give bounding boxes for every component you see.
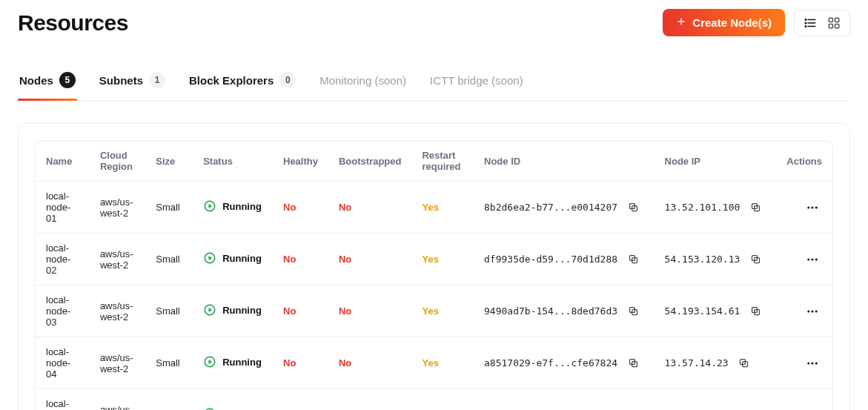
cell-name: local-node-03 [36, 285, 90, 337]
row-actions-button[interactable] [803, 302, 822, 321]
cell-actions [776, 389, 832, 411]
cell-healthy: No [273, 389, 328, 411]
list-view-icon[interactable] [804, 16, 817, 30]
play-icon [203, 303, 216, 317]
cell-region: aws/us-west-2 [90, 182, 145, 234]
tab-label: ICTT bridge (soon) [430, 74, 523, 87]
cell-node-id: a8517029-e7f...cfe67824 [474, 337, 655, 389]
page-title: Resources [18, 10, 128, 36]
svg-rect-9 [835, 18, 839, 22]
cell-node-ip: 54.153.120.13 [655, 234, 777, 285]
node-id-text: 9490ad7b-154...8ded76d3 [484, 305, 617, 317]
table-row: local-node-01 aws/us-west-2 Small Runnin… [36, 182, 832, 234]
cell-node-ip: 13.52.101.100 [655, 182, 777, 234]
tab-label: Block Explorers [189, 74, 274, 87]
tab-badge: 5 [59, 72, 76, 88]
cell-node-id: df9935de-d59...70d1d288 [474, 234, 655, 285]
cell-actions [776, 285, 832, 337]
cell-status: Running [193, 389, 273, 411]
row-actions-button[interactable] [803, 406, 822, 411]
create-node-label: Create Node(s) [692, 16, 772, 29]
table-row: local-node-03 aws/us-west-2 Small Runnin… [36, 285, 832, 337]
copy-node-ip-button[interactable] [747, 303, 763, 320]
copy-node-id-button[interactable] [625, 355, 641, 371]
nodes-table-wrap: Name Cloud Region Size Status Healthy Bo… [35, 140, 833, 410]
tabs: Nodes 5 Subnets 1 Block Explorers 0 Moni… [18, 63, 850, 101]
cell-size: Small [145, 389, 193, 411]
cell-size: Small [145, 337, 193, 389]
status-text: Running [222, 201, 262, 212]
copy-node-id-button[interactable] [625, 251, 641, 268]
node-id-text: a8517029-e7f...cfe67824 [484, 357, 617, 368]
tab-badge: 1 [149, 72, 165, 88]
cell-size: Small [145, 234, 193, 285]
tab-block-explorers[interactable]: Block Explorers 0 [188, 63, 297, 100]
tab-subnets[interactable]: Subnets 1 [98, 63, 167, 100]
node-ip-text: 13.52.101.100 [665, 202, 741, 213]
copy-node-id-button[interactable] [625, 407, 641, 411]
status-text: Running [222, 305, 262, 316]
node-id-text: 8b2d6ea2-b77...e0014207 [484, 202, 617, 213]
tab-ictt-bridge: ICTT bridge (soon) [428, 65, 525, 99]
col-status: Status [193, 141, 273, 182]
copy-node-id-button[interactable] [625, 199, 641, 216]
status-text: Running [222, 357, 262, 368]
table-row: local-node-05 aws/us-west-2 Small Runnin… [36, 389, 832, 411]
node-ip-text: 54.193.154.61 [665, 305, 741, 317]
cell-restart: Yes [411, 337, 474, 389]
copy-node-ip-button[interactable] [747, 199, 763, 216]
svg-rect-8 [829, 18, 832, 22]
col-size: Size [145, 141, 193, 182]
cell-bootstrapped: No [328, 234, 412, 285]
copy-node-ip-button[interactable] [742, 407, 758, 411]
cell-name: local-node-05 [36, 389, 90, 411]
cell-bootstrapped: No [328, 182, 412, 234]
cell-healthy: No [273, 234, 328, 285]
tab-monitoring: Monitoring (soon) [318, 65, 408, 99]
col-node-ip: Node IP [655, 141, 777, 182]
cell-restart: Yes [411, 285, 474, 337]
header-actions: Create Node(s) [663, 9, 850, 36]
col-region: Cloud Region [90, 141, 145, 182]
status-text: Running [222, 253, 262, 264]
cell-status: Running [193, 337, 273, 389]
tab-badge: 0 [279, 72, 296, 88]
view-toggle [794, 10, 850, 36]
copy-node-id-button[interactable] [625, 303, 641, 320]
svg-rect-11 [835, 24, 839, 27]
cell-bootstrapped: No [328, 285, 412, 337]
cell-region: aws/us-west-2 [90, 285, 145, 337]
cell-status: Running [193, 285, 273, 337]
play-icon [203, 199, 216, 213]
col-healthy: Healthy [273, 141, 328, 182]
cell-size: Small [145, 285, 193, 337]
cell-status: Running [193, 182, 273, 234]
play-icon [203, 251, 216, 265]
copy-node-ip-button[interactable] [747, 251, 763, 268]
tab-nodes[interactable]: Nodes 5 [18, 63, 77, 100]
copy-node-ip-button[interactable] [736, 355, 752, 371]
cell-region: aws/us-west-2 [90, 234, 145, 285]
row-actions-button[interactable] [803, 250, 822, 269]
cell-healthy: No [273, 337, 328, 389]
row-actions-button[interactable] [803, 198, 822, 217]
cell-region: aws/us-west-2 [90, 389, 145, 411]
play-icon [203, 407, 216, 410]
create-node-button[interactable]: Create Node(s) [663, 9, 785, 36]
grid-view-icon[interactable] [827, 16, 841, 30]
cell-restart: Yes [411, 234, 474, 285]
cell-node-ip: 13.57.14.23 [655, 337, 777, 389]
plus-icon [676, 16, 686, 29]
tab-label: Subnets [99, 74, 143, 87]
cell-actions [776, 234, 832, 285]
cell-healthy: No [273, 285, 328, 337]
cell-name: local-node-02 [36, 234, 90, 285]
col-restart: Restart required [411, 141, 474, 182]
node-ip-text: 54.153.120.13 [665, 254, 741, 265]
row-actions-button[interactable] [803, 354, 822, 373]
cell-node-id: 9490ad7b-154...8ded76d3 [474, 285, 655, 337]
table-row: local-node-02 aws/us-west-2 Small Runnin… [36, 234, 832, 285]
cell-healthy: No [273, 182, 328, 234]
col-bootstrapped: Bootstrapped [328, 141, 412, 182]
svg-point-6 [805, 22, 806, 24]
